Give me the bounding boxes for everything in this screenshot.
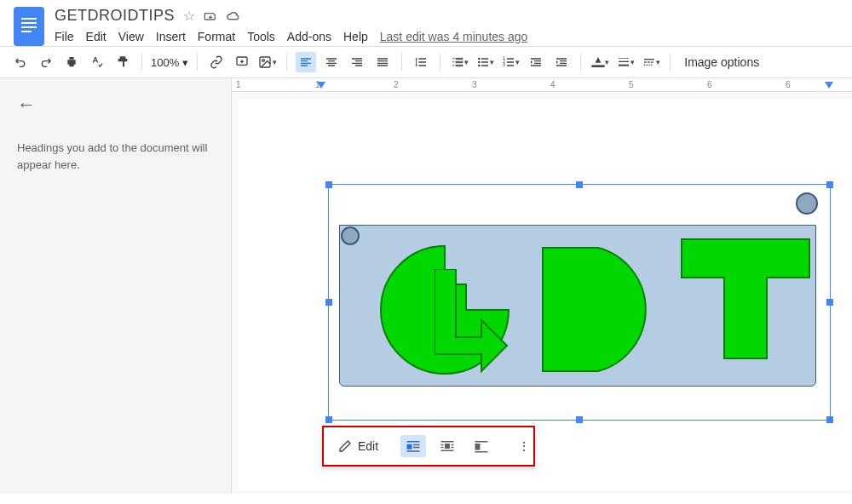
svg-rect-19 <box>648 65 649 66</box>
svg-rect-28 <box>441 444 444 446</box>
svg-rect-15 <box>648 61 650 62</box>
svg-rect-9 <box>591 65 604 67</box>
more-vertical-icon: ⋮ <box>516 438 532 454</box>
image-button[interactable]: ▾ <box>257 52 278 72</box>
print-button[interactable] <box>61 52 82 72</box>
svg-point-2 <box>262 60 265 62</box>
svg-point-4 <box>478 61 481 64</box>
pencil-icon <box>337 438 353 454</box>
resize-handle[interactable] <box>826 416 833 423</box>
undo-button[interactable] <box>10 52 31 72</box>
image-floating-toolbar: Edit ⋮ <box>322 426 535 467</box>
star-icon[interactable]: ☆ <box>183 8 195 24</box>
svg-rect-34 <box>475 444 481 450</box>
svg-rect-17 <box>644 65 645 66</box>
menu-tools[interactable]: Tools <box>247 30 275 43</box>
svg-rect-26 <box>441 441 454 443</box>
move-icon[interactable] <box>204 9 217 23</box>
image-options-button[interactable]: Image options <box>679 55 764 69</box>
indent-increase-button[interactable] <box>551 52 572 72</box>
menu-format[interactable]: Format <box>198 30 235 43</box>
svg-rect-24 <box>413 447 420 449</box>
more-options-button[interactable]: ⋮ <box>511 435 537 457</box>
svg-rect-14 <box>644 61 647 62</box>
indent-decrease-button[interactable] <box>526 52 546 72</box>
outline-panel: ← Headings you add to the document will … <box>0 78 232 494</box>
ruler[interactable]: 1 1 2 3 4 5 6 6 <box>232 78 852 92</box>
cloud-icon[interactable] <box>226 10 241 22</box>
border-color-button[interactable]: ▾ <box>590 52 610 72</box>
svg-rect-31 <box>452 447 454 449</box>
line-spacing-button[interactable] <box>411 52 431 72</box>
checklist-button[interactable]: ▾ <box>449 52 469 72</box>
svg-rect-12 <box>619 65 629 66</box>
resize-handle[interactable] <box>325 181 332 188</box>
resize-handle[interactable] <box>826 299 833 306</box>
menu-view[interactable]: View <box>118 30 144 43</box>
resize-handle[interactable] <box>576 181 583 188</box>
resize-handle[interactable] <box>325 416 332 423</box>
svg-rect-23 <box>413 444 420 446</box>
svg-rect-18 <box>646 65 647 66</box>
last-edit-link[interactable]: Last edit was 4 minutes ago <box>380 30 528 43</box>
border-weight-button[interactable]: ▾ <box>615 52 636 72</box>
svg-rect-21 <box>407 441 420 443</box>
svg-rect-13 <box>644 59 654 60</box>
outline-close-icon[interactable]: ← <box>17 94 214 116</box>
zoom-select[interactable]: 100%▾ <box>151 56 188 69</box>
document-title[interactable]: GETDROIDTIPS <box>55 7 175 25</box>
svg-rect-22 <box>407 444 412 450</box>
toolbar: 100%▾ ▾ ▾ ▾ 123▾ ▾ ▾ ▾ Image options <box>0 46 852 78</box>
bullet-list-button[interactable]: ▾ <box>475 52 495 72</box>
align-left-button[interactable] <box>296 52 316 72</box>
svg-rect-33 <box>475 441 488 443</box>
border-dash-button[interactable]: ▾ <box>641 52 661 72</box>
svg-point-5 <box>478 65 481 67</box>
menu-addons[interactable]: Add-ons <box>287 30 331 43</box>
menu-file[interactable]: File <box>55 30 74 43</box>
paint-format-button[interactable] <box>112 52 133 72</box>
svg-rect-29 <box>452 444 454 446</box>
resize-handle[interactable] <box>576 416 583 423</box>
wrap-text-button[interactable] <box>435 435 460 457</box>
svg-rect-30 <box>441 447 444 449</box>
resize-handle[interactable] <box>826 181 833 188</box>
numbered-list-button[interactable]: 123▾ <box>500 52 521 72</box>
svg-rect-16 <box>651 61 653 62</box>
align-center-button[interactable] <box>321 52 342 72</box>
svg-rect-20 <box>651 65 652 66</box>
svg-rect-27 <box>445 444 450 449</box>
svg-point-3 <box>478 58 481 60</box>
resize-handle[interactable] <box>325 299 332 306</box>
wrap-break-button[interactable] <box>469 435 494 457</box>
svg-rect-10 <box>619 58 629 59</box>
redo-button[interactable] <box>36 52 56 72</box>
embedded-drawing[interactable] <box>332 191 825 410</box>
svg-text:3: 3 <box>503 63 505 67</box>
edit-drawing-button[interactable]: Edit <box>332 435 383 457</box>
spellcheck-button[interactable] <box>87 52 107 72</box>
align-justify-button[interactable] <box>372 52 393 72</box>
align-right-button[interactable] <box>347 52 367 72</box>
svg-rect-11 <box>619 61 629 62</box>
link-button[interactable] <box>206 52 227 72</box>
docs-logo[interactable] <box>14 7 44 46</box>
outline-hint: Headings you add to the document will ap… <box>17 140 214 173</box>
svg-rect-25 <box>407 450 420 452</box>
menu-edit[interactable]: Edit <box>86 30 106 43</box>
svg-rect-32 <box>441 450 454 452</box>
menu-insert[interactable]: Insert <box>156 30 186 43</box>
menu-help[interactable]: Help <box>343 30 368 43</box>
comment-button[interactable] <box>232 52 252 72</box>
svg-rect-35 <box>475 451 488 453</box>
wrap-inline-button[interactable] <box>400 435 426 457</box>
